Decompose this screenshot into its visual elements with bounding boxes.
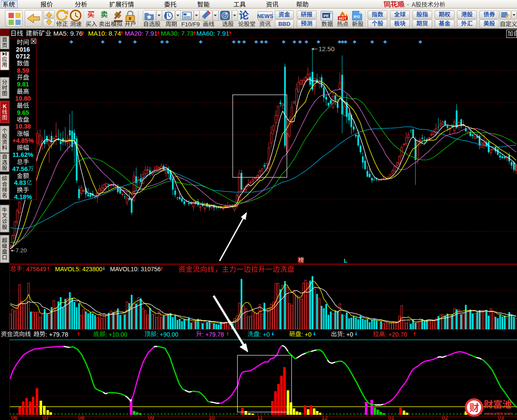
svg-text:11.62%: 11.62% (12, 151, 33, 158)
svg-text:8.59: 8.59 (17, 67, 29, 74)
svg-text:08: 08 (78, 414, 84, 420)
svg-text:-: - (407, 1, 409, 8)
svg-text:: +0: : +0 (301, 331, 312, 338)
svg-text:10: 10 (208, 414, 214, 420)
svg-text:07: 07 (43, 414, 49, 420)
svg-text:0712: 0712 (16, 53, 30, 60)
svg-text:01: 01 (388, 414, 394, 420)
svg-text:L: L (344, 258, 347, 264)
svg-text:02: 02 (442, 414, 448, 420)
svg-text:47.56: 47.56 (12, 166, 28, 172)
svg-text:HOT: HOT (339, 16, 347, 21)
svg-text:BBD: BBD (278, 21, 290, 27)
svg-text:: +20.70: : +20.70 (385, 331, 407, 338)
svg-text:MA60: 7.91: MA60: 7.91 (196, 30, 229, 37)
svg-text:: +0: : +0 (343, 331, 353, 338)
svg-text:11: 11 (257, 414, 263, 420)
svg-text:4.18%: 4.18% (14, 193, 32, 200)
svg-text:: +79.78: : +79.78 (202, 331, 224, 338)
svg-text:09: 09 (148, 414, 154, 420)
svg-text:F10/F9: F10/F9 (181, 21, 200, 28)
svg-text:9.81: 9.81 (17, 81, 29, 88)
svg-text:NEWS: NEWS (257, 13, 273, 19)
svg-text:12: 12 (321, 414, 327, 420)
svg-text:10.38: 10.38 (15, 123, 31, 130)
svg-text:: +90.00: : +90.00 (156, 331, 178, 338)
svg-text:: +79.78: : +79.78 (46, 331, 68, 338)
svg-text:MA30: 7.73: MA30: 7.73 (161, 30, 194, 37)
svg-text:: +0: : +0 (260, 331, 270, 338)
svg-text:: 475649: : 475649 (23, 266, 46, 273)
svg-text:4.83: 4.83 (14, 179, 26, 186)
svg-text:MA20: 7.91: MA20: 7.91 (125, 30, 158, 37)
svg-text:IPO: IPO (354, 15, 360, 19)
svg-text:www.cfchi.com: www.cfchi.com (484, 411, 512, 416)
svg-text:06: 06 (11, 414, 17, 420)
svg-text:MA5: 9.76: MA5: 9.76 (53, 30, 83, 37)
svg-text:+4.85%: +4.85% (12, 137, 34, 144)
svg-text:MAVOL10: 310756: MAVOL10: 310756 (110, 266, 161, 273)
svg-text:2016: 2016 (16, 46, 30, 53)
svg-text:7.20: 7.20 (15, 247, 27, 254)
svg-text:: +10.00: : +10.00 (105, 331, 127, 338)
svg-text:12.50: 12.50 (318, 45, 335, 52)
svg-text:K: K (3, 104, 6, 110)
svg-text:MAVOL5: 423800: MAVOL5: 423800 (55, 266, 102, 273)
svg-text:10.80: 10.80 (15, 95, 31, 102)
svg-text:9.65: 9.65 (17, 109, 29, 116)
svg-text:MA10: 8.74: MA10: 8.74 (88, 30, 121, 37)
svg-text:PE: PE (324, 13, 329, 18)
